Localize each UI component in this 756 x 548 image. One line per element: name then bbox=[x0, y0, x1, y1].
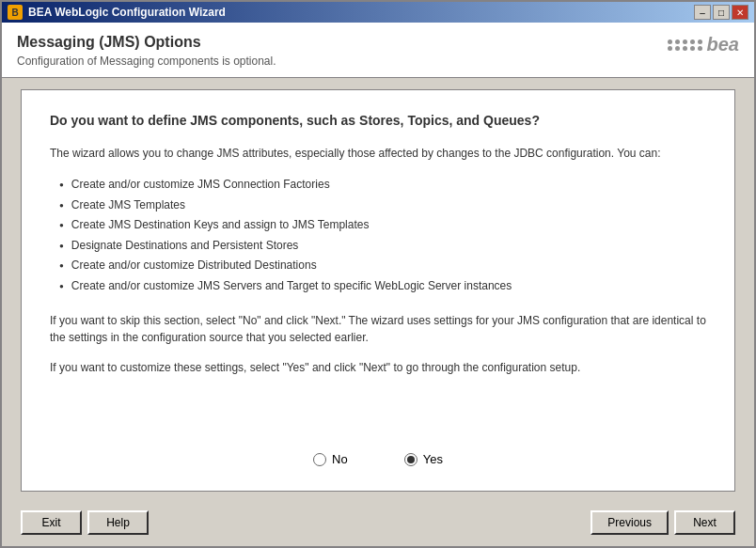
bea-logo: bea bbox=[668, 34, 739, 55]
footer-left-buttons: Exit Help bbox=[21, 510, 149, 535]
skip-text: If you want to skip this section, select… bbox=[50, 312, 706, 346]
radio-yes[interactable]: Yes bbox=[404, 452, 443, 466]
dot bbox=[683, 39, 687, 44]
header-title: Messaging (JMS) Options bbox=[17, 34, 276, 51]
content-panel: Do you want to define JMS components, su… bbox=[21, 89, 735, 492]
bea-logo-dots bbox=[668, 39, 703, 51]
radio-yes-label: Yes bbox=[423, 452, 443, 466]
exit-button[interactable]: Exit bbox=[21, 510, 82, 535]
list-item: Designate Destinations and Persistent St… bbox=[59, 236, 706, 257]
header-subtitle: Configuration of Messaging components is… bbox=[17, 55, 276, 68]
main-window: B BEA WebLogic Configuration Wizard – □ … bbox=[0, 0, 756, 548]
dot bbox=[683, 46, 687, 51]
window-title: BEA WebLogic Configuration Wizard bbox=[28, 6, 226, 19]
list-item: Create and/or customize JMS Connection F… bbox=[59, 175, 706, 196]
title-bar-left: B BEA WebLogic Configuration Wizard bbox=[8, 5, 226, 20]
bullet-list: Create and/or customize JMS Connection F… bbox=[59, 175, 706, 297]
minimize-button[interactable]: – bbox=[694, 5, 711, 20]
list-item: Create and/or customize Distributed Dest… bbox=[59, 256, 706, 276]
dot bbox=[675, 46, 680, 51]
radio-circle-no[interactable] bbox=[313, 453, 326, 466]
description-text: The wizard allows you to change JMS attr… bbox=[50, 145, 706, 162]
previous-button[interactable]: Previous bbox=[591, 510, 669, 535]
list-item: Create JMS Destination Keys and assign t… bbox=[59, 215, 706, 236]
header: Messaging (JMS) Options Configuration of… bbox=[2, 23, 754, 78]
dot bbox=[690, 46, 695, 51]
radio-group: No Yes bbox=[50, 443, 706, 472]
radio-no[interactable]: No bbox=[313, 452, 348, 466]
app-icon: B bbox=[8, 5, 23, 20]
window-controls: – □ ✕ bbox=[694, 5, 748, 20]
list-item: Create and/or customize JMS Servers and … bbox=[59, 276, 706, 297]
header-text: Messaging (JMS) Options Configuration of… bbox=[17, 34, 276, 68]
bea-logo-text: bea bbox=[707, 34, 739, 55]
list-item: Create JMS Templates bbox=[59, 196, 706, 216]
dot bbox=[690, 39, 695, 44]
dot bbox=[675, 39, 680, 44]
radio-circle-yes[interactable] bbox=[404, 453, 417, 466]
title-bar: B BEA WebLogic Configuration Wizard – □ … bbox=[2, 2, 754, 23]
footer: Exit Help Previous Next bbox=[2, 503, 754, 546]
dot bbox=[698, 46, 702, 51]
content-area: Do you want to define JMS components, su… bbox=[2, 78, 754, 546]
dot bbox=[698, 39, 702, 44]
question-text: Do you want to define JMS components, su… bbox=[50, 113, 706, 128]
next-button[interactable]: Next bbox=[674, 510, 735, 535]
footer-right-buttons: Previous Next bbox=[591, 510, 735, 535]
dot bbox=[668, 39, 672, 44]
maximize-button[interactable]: □ bbox=[713, 5, 730, 20]
radio-no-label: No bbox=[332, 452, 348, 466]
customize-text: If you want to customize these settings,… bbox=[50, 359, 706, 376]
dot bbox=[668, 46, 672, 51]
help-button[interactable]: Help bbox=[87, 510, 149, 535]
close-button[interactable]: ✕ bbox=[732, 5, 748, 20]
